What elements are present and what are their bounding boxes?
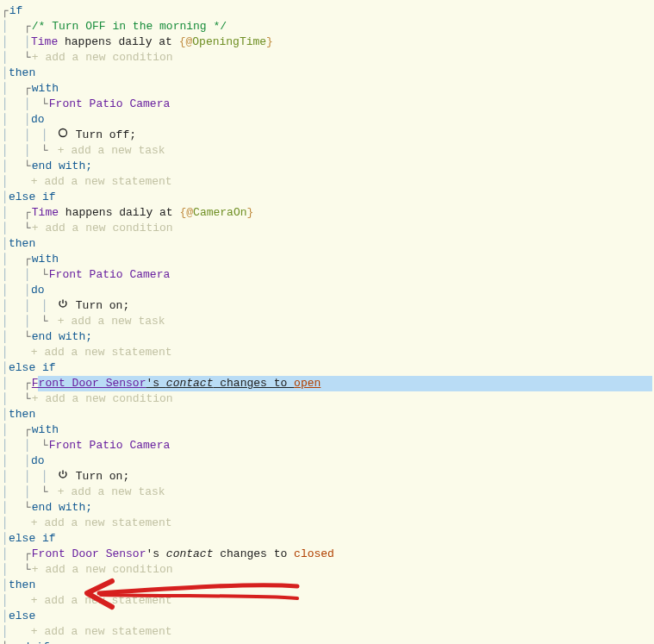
add-condition[interactable]: + add a new condition bbox=[32, 391, 173, 407]
add-statement-line[interactable]: │ + add a new statement bbox=[2, 624, 652, 640]
line[interactable]: ││└Front Patio Camera bbox=[2, 267, 652, 283]
add-condition-line[interactable]: │└+ add a new condition bbox=[2, 50, 652, 66]
trigger-text: happens daily at bbox=[59, 205, 179, 221]
line[interactable]: ││└Front Patio Camera bbox=[2, 97, 652, 112]
line[interactable]: │┌/* Turn OFF in the morning */ bbox=[2, 19, 652, 34]
action: Turn off; bbox=[76, 128, 136, 143]
action: Turn on; bbox=[76, 469, 129, 485]
kw-else-if: else if bbox=[9, 531, 56, 547]
add-statement[interactable]: + add a new statement bbox=[31, 624, 172, 640]
kw-do: do bbox=[31, 283, 45, 298]
power-on-icon bbox=[57, 469, 69, 485]
kw-end-with: end with; bbox=[32, 500, 92, 516]
comment: /* Turn OFF in the morning */ bbox=[32, 19, 227, 34]
line[interactable]: ││do bbox=[2, 453, 652, 469]
device: Front Patio Camera bbox=[49, 438, 170, 453]
var-cameraon: CameraOn bbox=[193, 205, 246, 221]
line[interactable]: │││ Turn off; bbox=[2, 128, 652, 143]
trigger-poss: 's bbox=[146, 547, 165, 562]
add-statement[interactable]: + add a new statement bbox=[31, 345, 172, 360]
trigger-subject: Front Door Sensor bbox=[32, 547, 146, 562]
line[interactable]: │then bbox=[2, 66, 652, 81]
add-task-line[interactable]: ││└+ add a new task bbox=[2, 485, 652, 500]
kw-else-if: else if bbox=[9, 360, 56, 376]
line[interactable]: ┌if bbox=[2, 3, 652, 19]
kw-with: with bbox=[32, 422, 59, 438]
line[interactable]: │else bbox=[2, 609, 652, 624]
trigger-state: closed bbox=[294, 547, 334, 562]
line[interactable]: │┌with bbox=[2, 252, 652, 267]
trigger-state: open bbox=[294, 376, 321, 391]
kw-then: then bbox=[9, 578, 35, 593]
line[interactable]: ││└Front Patio Camera bbox=[2, 438, 652, 453]
kw-then: then bbox=[9, 407, 35, 422]
trigger-text: changes to bbox=[213, 376, 294, 391]
line[interactable]: │┌Front Door Sensor's contact changes to… bbox=[2, 547, 652, 562]
var-openingtime: OpeningTime bbox=[192, 34, 266, 50]
kw-then: then bbox=[9, 236, 35, 252]
line[interactable]: │││ Turn on; bbox=[2, 298, 652, 314]
line[interactable]: │└end with; bbox=[2, 159, 652, 174]
selected-condition-line[interactable]: │┌Front Door Sensor's contact changes to… bbox=[2, 376, 652, 391]
add-condition[interactable]: + add a new condition bbox=[32, 221, 173, 236]
add-condition[interactable]: + add a new condition bbox=[32, 562, 173, 578]
line[interactable]: │then bbox=[2, 236, 652, 252]
trigger-subject[interactable]: Front Door Sensor bbox=[32, 376, 146, 391]
add-statement[interactable]: + add a new statement bbox=[31, 593, 172, 609]
add-condition-line[interactable]: │└+ add a new condition bbox=[2, 391, 652, 407]
line[interactable]: ││Time happens daily at {@OpeningTime} bbox=[2, 34, 652, 50]
kw-then: then bbox=[9, 66, 35, 81]
kw-do: do bbox=[31, 112, 45, 128]
add-task[interactable]: + add a new task bbox=[58, 314, 165, 329]
trigger-attr: contact bbox=[166, 547, 214, 562]
kw-with: with bbox=[32, 81, 59, 97]
add-statement[interactable]: + add a new statement bbox=[31, 174, 172, 190]
line[interactable]: │else if bbox=[2, 531, 652, 547]
add-condition[interactable]: + add a new condition bbox=[32, 50, 173, 66]
line[interactable]: │┌with bbox=[2, 81, 652, 97]
power-on-icon bbox=[57, 298, 69, 314]
line[interactable]: │┌Time happens daily at {@CameraOn} bbox=[2, 205, 652, 221]
trigger-subject: Time bbox=[32, 205, 59, 221]
add-statement-line[interactable]: │ + add a new statement bbox=[2, 174, 652, 190]
add-statement[interactable]: + add a new statement bbox=[31, 516, 172, 531]
trigger-text: happens daily at bbox=[58, 34, 178, 50]
device: Front Patio Camera bbox=[49, 267, 170, 283]
kw-if: if bbox=[9, 3, 23, 19]
add-task[interactable]: + add a new task bbox=[58, 143, 165, 159]
trigger-attr: contact bbox=[166, 376, 214, 391]
line[interactable]: ││do bbox=[2, 112, 652, 128]
turn-off-icon bbox=[57, 128, 69, 143]
line[interactable]: │then bbox=[2, 407, 652, 422]
kw-do: do bbox=[31, 453, 45, 469]
add-condition-line[interactable]: │└+ add a new condition bbox=[2, 221, 652, 236]
trigger-text: changes to bbox=[213, 547, 294, 562]
add-statement-line[interactable]: │ + add a new statement bbox=[2, 516, 652, 531]
kw-end-with: end with; bbox=[32, 159, 92, 174]
add-task-line[interactable]: ││└+ add a new task bbox=[2, 314, 652, 329]
kw-end-with: end with; bbox=[32, 329, 92, 345]
kw-end-if: end if; bbox=[9, 640, 57, 644]
line[interactable]: ││do bbox=[2, 283, 652, 298]
code-editor[interactable]: ┌if │┌/* Turn OFF in the morning */ ││Ti… bbox=[0, 0, 654, 644]
add-task[interactable]: + add a new task bbox=[58, 485, 165, 500]
line[interactable]: │then bbox=[2, 578, 652, 593]
add-statement-line-annotated[interactable]: │ + add a new statement bbox=[2, 593, 652, 609]
device: Front Patio Camera bbox=[49, 97, 170, 112]
trigger-poss: 's bbox=[146, 376, 165, 391]
line[interactable]: │││ Turn on; bbox=[2, 469, 652, 485]
kw-else-if: else if bbox=[9, 190, 56, 205]
line[interactable]: │┌with bbox=[2, 422, 652, 438]
add-statement-line[interactable]: │ + add a new statement bbox=[2, 345, 652, 360]
action: Turn on; bbox=[76, 298, 129, 314]
line[interactable]: │else if bbox=[2, 190, 652, 205]
kw-with: with bbox=[32, 252, 59, 267]
line[interactable]: └end if; bbox=[2, 640, 652, 644]
trigger-subject: Time bbox=[31, 34, 58, 50]
kw-else: else bbox=[9, 609, 35, 624]
line[interactable]: │└end with; bbox=[2, 500, 652, 516]
add-condition-line[interactable]: │└+ add a new condition bbox=[2, 562, 652, 578]
line[interactable]: │else if bbox=[2, 360, 652, 376]
line[interactable]: │└end with; bbox=[2, 329, 652, 345]
add-task-line[interactable]: ││└+ add a new task bbox=[2, 143, 652, 159]
